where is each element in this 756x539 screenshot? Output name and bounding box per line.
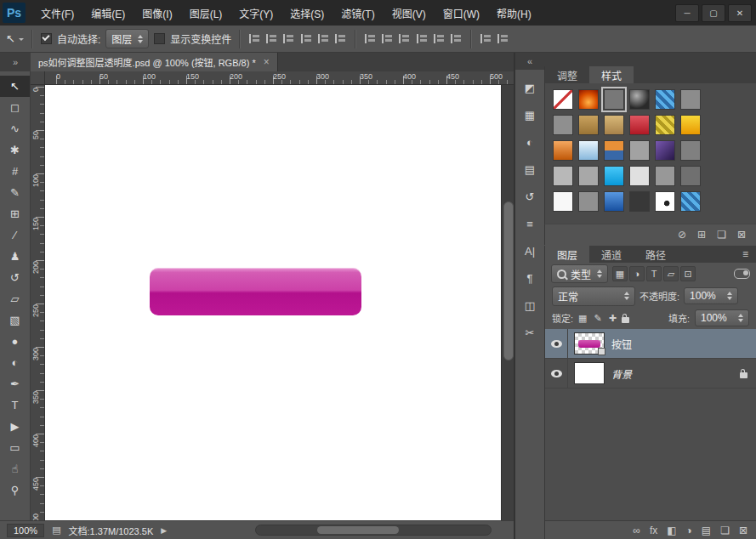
style-swatch[interactable] xyxy=(604,140,624,161)
tool-preset-picker[interactable]: ↖ xyxy=(6,32,24,45)
link-layers-icon[interactable]: ∞ xyxy=(633,525,640,536)
tab-layers[interactable]: 图层 xyxy=(545,246,589,263)
lock-transparent-pixels-icon[interactable]: ▦ xyxy=(578,313,587,324)
horizontal-scrollbar[interactable] xyxy=(255,525,492,536)
brush-tool[interactable]: ∕ xyxy=(0,224,30,246)
eyedropper-tool[interactable]: ✎ xyxy=(0,182,30,203)
filter-pixel-layers-icon[interactable]: ▦ xyxy=(612,266,628,281)
auto-select-target-dropdown[interactable]: 图层 xyxy=(105,29,149,48)
blend-mode-dropdown[interactable]: 正常 xyxy=(552,287,635,306)
panel-swatches-icon[interactable]: ▦ xyxy=(519,105,541,124)
distribute-bottom-edges-icon[interactable] xyxy=(398,33,411,44)
layer-row-button[interactable]: 按钮 xyxy=(545,329,756,359)
workspace-toggle-icon[interactable] xyxy=(497,33,509,44)
align-top-edges-icon[interactable] xyxy=(248,33,261,44)
distribute-right-edges-icon[interactable] xyxy=(450,33,463,44)
style-swatch[interactable] xyxy=(553,191,573,212)
style-swatch[interactable] xyxy=(578,140,599,161)
document-tab[interactable]: ps如何调整图层透明度.psd @ 100% (按钮, RGB/8) * × xyxy=(31,53,278,71)
style-swatch[interactable] xyxy=(553,89,573,110)
opacity-field[interactable]: 100% xyxy=(684,287,738,304)
filter-smart-objects-icon[interactable]: ⊡ xyxy=(680,266,696,281)
style-swatch[interactable] xyxy=(604,191,624,212)
lock-position-icon[interactable]: ✚ xyxy=(609,313,617,324)
clear-style-icon[interactable]: ⊘ xyxy=(678,229,686,241)
show-transform-checkbox[interactable] xyxy=(154,33,165,44)
panel-info-icon[interactable]: ◫ xyxy=(519,296,541,315)
tab-styles[interactable]: 样式 xyxy=(589,66,634,83)
panel-styles-icon[interactable]: ▤ xyxy=(519,160,541,179)
horizontal-ruler[interactable]: 050100150200250300350400450500 xyxy=(45,71,514,85)
style-swatch[interactable] xyxy=(655,115,675,135)
layer-name[interactable]: 背景 xyxy=(611,366,632,381)
menu-item[interactable]: 选择(S) xyxy=(281,0,333,26)
lasso-tool[interactable]: ∿ xyxy=(0,118,30,139)
vertical-scrollbar[interactable] xyxy=(501,85,514,520)
pen-tool[interactable]: ✒ xyxy=(0,373,30,394)
collapse-toolbox-icon[interactable]: » xyxy=(0,53,31,71)
style-swatch[interactable] xyxy=(604,89,624,110)
gradient-tool[interactable]: ▧ xyxy=(0,309,30,331)
style-swatch[interactable] xyxy=(629,166,650,186)
path-selection-tool[interactable]: ▶ xyxy=(0,416,30,437)
filter-shape-layers-icon[interactable]: ▱ xyxy=(663,266,679,281)
history-brush-tool[interactable]: ↺ xyxy=(0,267,30,288)
blur-tool[interactable]: ● xyxy=(0,331,30,352)
style-swatch[interactable] xyxy=(680,89,701,110)
panel-properties-icon[interactable]: ≡ xyxy=(519,214,541,233)
crop-tool[interactable]: # xyxy=(0,161,30,182)
layer-row-background[interactable]: 背景 xyxy=(545,359,756,389)
rectangle-tool[interactable]: ▭ xyxy=(0,437,30,458)
style-swatch[interactable] xyxy=(604,115,624,135)
new-layer-icon[interactable]: ❏ xyxy=(720,525,730,536)
tab-channels[interactable]: 通道 xyxy=(589,246,634,263)
collapse-panels-icon[interactable]: « xyxy=(515,53,544,70)
style-swatch[interactable] xyxy=(655,89,675,110)
layer-style-icon[interactable]: fx xyxy=(650,525,657,536)
style-swatch[interactable] xyxy=(578,166,599,186)
fill-field[interactable]: 100% xyxy=(695,309,749,326)
quick-selection-tool[interactable]: ✱ xyxy=(0,139,30,161)
move-tool[interactable]: ↖ xyxy=(0,76,30,97)
style-swatch[interactable] xyxy=(655,140,675,161)
panel-color-icon[interactable]: ◩ xyxy=(519,78,541,97)
align-vertical-centers-icon[interactable] xyxy=(265,33,278,44)
panel-character-icon[interactable]: A| xyxy=(519,241,541,260)
adjustment-layer-icon[interactable]: ◑ xyxy=(686,525,692,536)
auto-select-checkbox[interactable] xyxy=(41,33,52,44)
panel-menu-icon[interactable]: ≡ xyxy=(735,246,756,263)
style-swatch[interactable] xyxy=(578,89,599,110)
style-swatch[interactable] xyxy=(680,191,701,212)
document-info-icon[interactable]: ▤ xyxy=(52,525,60,536)
tab-paths[interactable]: 路径 xyxy=(634,246,678,263)
style-swatch[interactable] xyxy=(680,115,701,135)
close-button[interactable]: ✕ xyxy=(728,4,752,22)
style-swatch[interactable] xyxy=(655,191,675,212)
menu-item[interactable]: 帮助(H) xyxy=(488,0,540,26)
visibility-toggle[interactable] xyxy=(545,359,568,388)
style-swatch[interactable] xyxy=(578,191,599,212)
style-swatch[interactable] xyxy=(680,166,701,186)
layer-mask-icon[interactable]: ◧ xyxy=(667,525,676,536)
distribute-horizontal-centers-icon[interactable] xyxy=(433,33,446,44)
style-swatch[interactable] xyxy=(680,140,701,161)
canvas[interactable] xyxy=(45,85,501,520)
link-style-icon[interactable]: ⊞ xyxy=(697,229,706,241)
clone-stamp-tool[interactable]: ♟ xyxy=(0,246,30,267)
style-swatch[interactable] xyxy=(604,166,624,186)
tab-adjustments[interactable]: 调整 xyxy=(545,66,589,83)
panel-scissors-icon[interactable]: ✂ xyxy=(519,323,541,342)
zoom-tool[interactable]: ⚲ xyxy=(0,479,30,501)
align-left-edges-icon[interactable] xyxy=(300,33,313,44)
vertical-ruler[interactable]: 050100150200250300350400450500 xyxy=(31,85,45,520)
lock-all-icon[interactable] xyxy=(622,317,629,323)
ruler-corner[interactable] xyxy=(31,71,45,85)
horizontal-scrollbar-thumb[interactable] xyxy=(317,526,399,534)
spot-healing-brush-tool[interactable]: ⊞ xyxy=(0,203,30,224)
menu-item[interactable]: 文字(Y) xyxy=(230,0,281,26)
rectangular-marquee-tool[interactable]: ◻ xyxy=(0,97,30,118)
filter-adjustment-layers-icon[interactable]: ◑ xyxy=(629,266,645,281)
style-swatch[interactable] xyxy=(578,115,599,135)
delete-style-icon[interactable]: ⊠ xyxy=(737,229,746,241)
layer-thumbnail[interactable] xyxy=(574,332,605,355)
